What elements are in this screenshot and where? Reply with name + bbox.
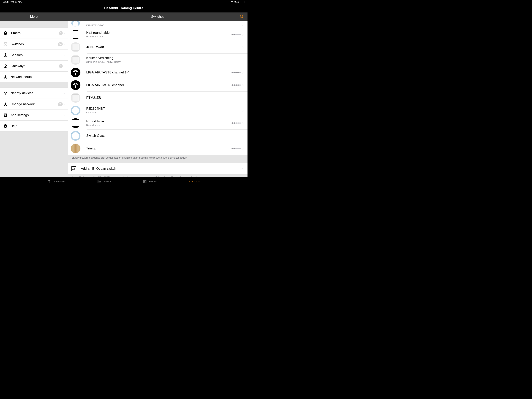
sidebar-item-label: Change network: [11, 102, 58, 106]
switch-row[interactable]: LIGA.AIR.TAST8 channel 5-8 ›: [68, 79, 247, 91]
signal-dots: [232, 148, 241, 149]
tab-label: Scenes: [148, 180, 157, 183]
add-enocean-label: Add an EnOcean switch: [81, 167, 242, 171]
switch-title: LIGA.AIR.TAST8 channel 5-8: [86, 83, 232, 87]
sidebar-item-gateways[interactable]: Gateways1›: [0, 60, 68, 71]
chevron-right-icon: ›: [63, 124, 65, 128]
sidebar-item-switches[interactable]: Switches14›: [0, 39, 68, 50]
svg-point-25: [190, 181, 190, 182]
chevron-right-icon: ›: [63, 91, 65, 95]
battery-pct: 98%: [234, 0, 239, 3]
tab-gallery[interactable]: A Gallery: [97, 180, 111, 183]
switch-subtitle: Round table: [86, 124, 232, 127]
chevron-right-icon: ›: [63, 102, 65, 106]
sidebar-item-label: App settings: [11, 113, 63, 117]
switch-subtitle: Half round table: [86, 35, 232, 38]
chevron-right-icon: ›: [242, 45, 244, 49]
chevron-right-icon: ›: [242, 167, 244, 171]
svg-point-5: [5, 54, 6, 56]
switch-row[interactable]: Half round table Half round table ›: [68, 28, 247, 41]
sidebar-item-change-network[interactable]: Change network32›: [0, 99, 68, 109]
search-icon[interactable]: [240, 15, 244, 19]
switch-row[interactable]: DENBT230-300›: [68, 21, 247, 28]
sidebar-item-nearby-devices[interactable]: Nearby devices›: [0, 88, 68, 99]
svg-point-0: [240, 15, 243, 18]
switch-icon: [3, 42, 8, 46]
sidebar-item-network-setup[interactable]: Network setup›: [0, 71, 68, 82]
switch-thumb: [71, 118, 80, 128]
info-icon: [3, 124, 8, 129]
svg-point-27: [192, 181, 193, 182]
switch-thumb: [71, 106, 80, 115]
chevron-right-icon: ›: [242, 22, 244, 27]
sidebar-item-app-settings[interactable]: App settings›: [0, 109, 68, 120]
sidebar-item-timers[interactable]: Timers1›: [0, 28, 68, 39]
tab-more[interactable]: More: [189, 180, 200, 183]
tab-luminaires[interactable]: Luminaires: [47, 180, 65, 183]
chevron-right-icon: ›: [242, 96, 244, 100]
sidebar-item-help[interactable]: Help›: [0, 120, 68, 131]
sensor-icon: [3, 53, 8, 58]
tab-label: Luminaires: [53, 180, 65, 183]
header-more: More: [0, 13, 68, 21]
switch-thumb: [71, 144, 80, 153]
sidebar-item-label: Network setup: [11, 75, 63, 79]
switch-thumb: [71, 30, 80, 39]
svg-rect-21: [48, 183, 50, 183]
sidebar-item-label: Sensors: [11, 53, 63, 57]
add-enocean-button[interactable]: Add an EnOcean switch ›: [68, 163, 247, 174]
switch-row[interactable]: PTM215B ›: [68, 91, 247, 104]
sidebar-item-label: Switches: [11, 42, 58, 46]
svg-rect-20: [49, 181, 50, 183]
chevron-right-icon: ›: [63, 64, 65, 68]
chevron-right-icon: ›: [242, 108, 244, 113]
scenes-icon: [143, 180, 147, 183]
chevron-right-icon: ›: [63, 53, 65, 57]
switch-row[interactable]: Switch Glass ›: [68, 129, 247, 142]
nearby-icon: [3, 91, 8, 96]
switch-title: RE2304NBT: [86, 107, 242, 111]
switch-row[interactable]: JUNG zwart ›: [68, 41, 247, 53]
sidebar: Timers1›Switches14›Sensors›Gateways1›Net…: [0, 21, 68, 177]
lamp-icon: [47, 180, 51, 183]
status-bar: 09:38 Wo 16 mrt. ▪▫ 98%: [0, 0, 247, 4]
svg-point-12: [6, 115, 6, 115]
switch-row[interactable]: RE2304NBT sign right 2, ›: [68, 104, 247, 117]
sidebar-item-label: Timers: [11, 31, 59, 35]
tab-scenes[interactable]: Scenes: [143, 180, 157, 183]
sidebar-item-label: Nearby devices: [11, 91, 63, 95]
clock-icon: [3, 31, 8, 35]
network-icon: [3, 102, 8, 107]
switch-row[interactable]: LIGA.AIR.TAST8 channel 1-4 ›: [68, 66, 247, 79]
signal-dots: [232, 84, 241, 86]
switch-title: PTM215B: [86, 96, 242, 100]
switch-row[interactable]: Trinity. ›: [68, 142, 247, 155]
chevron-right-icon: ›: [242, 70, 244, 75]
switch-thumb: [71, 93, 80, 103]
chevron-right-icon: ›: [63, 42, 65, 46]
header-switches-label: Switches: [151, 15, 164, 19]
svg-point-10: [5, 114, 5, 115]
chevron-right-icon: ›: [242, 32, 244, 37]
enocean-icon: [71, 166, 76, 171]
sidebar-badge: 32: [58, 102, 63, 106]
sidebar-item-sensors[interactable]: Sensors›: [0, 50, 68, 60]
switch-row[interactable]: Keuken verlichting dimmer 2, MOS, Trinit…: [68, 53, 247, 66]
chevron-right-icon: ›: [242, 83, 244, 87]
switch-thumb: [71, 80, 80, 90]
switch-title: LIGA.AIR.TAST8 channel 1-4: [86, 71, 232, 74]
signal-dots: [232, 72, 241, 73]
chevron-right-icon: ›: [242, 121, 244, 125]
chevron-right-icon: ›: [242, 146, 244, 151]
svg-point-14: [5, 125, 6, 125]
header-switches: Switches: [68, 13, 247, 21]
sidebar-badge: 14: [58, 42, 63, 46]
switch-row[interactable]: Round table Round table ›: [68, 117, 247, 129]
switch-subtitle: sign right 2,: [86, 111, 242, 114]
switch-thumb: [71, 55, 80, 65]
sidebar-item-label: Help: [11, 124, 63, 128]
switch-title: JUNG zwart: [86, 45, 242, 49]
signal-dots: [232, 34, 241, 35]
section-header: More Switches: [0, 13, 247, 21]
switch-title: Switch Glass: [86, 134, 242, 138]
